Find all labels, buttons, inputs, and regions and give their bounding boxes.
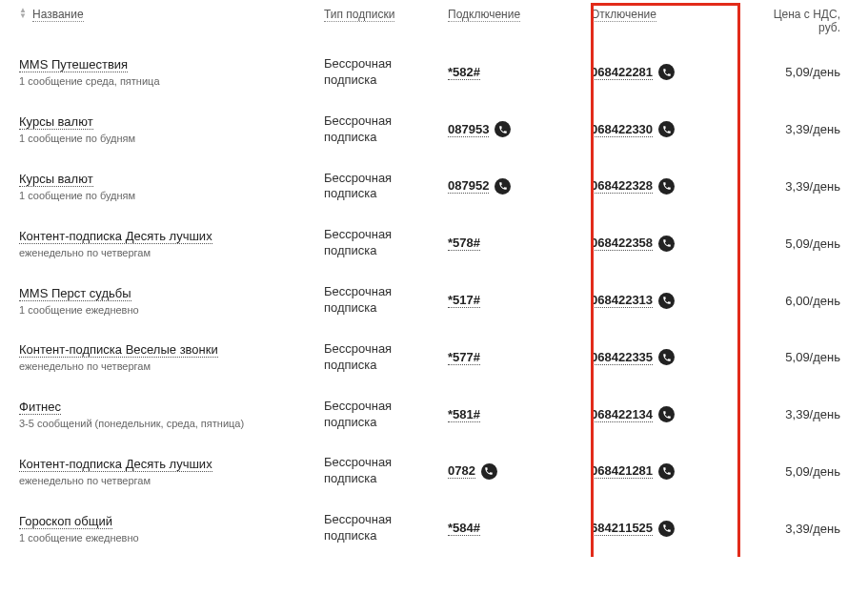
subscription-name-link[interactable]: MMS Путешествия bbox=[19, 57, 128, 72]
subscriptions-table: ▲▼ Название Тип подписки Подключение Отк… bbox=[0, 0, 868, 557]
price-value: 3,39/день bbox=[743, 122, 858, 136]
subscription-type: Бессрочнаяподписка bbox=[324, 455, 448, 487]
phone-icon[interactable] bbox=[481, 463, 497, 480]
subscription-type: Бессрочнаяподписка bbox=[324, 284, 448, 317]
table-row: Контент-подписка Десять лучшихеженедельн… bbox=[0, 215, 868, 272]
header-type[interactable]: Тип подписки bbox=[324, 8, 394, 22]
price-value: 5,09/день bbox=[743, 464, 858, 479]
price-value: 3,39/день bbox=[743, 179, 858, 194]
connect-number[interactable]: *582# bbox=[448, 65, 480, 80]
subscription-type: Бессрочнаяподписка bbox=[324, 56, 448, 89]
header-connect[interactable]: Подключение bbox=[448, 8, 520, 22]
table-row: Фитнес3-5 сообщений (понедельник, среда,… bbox=[0, 386, 868, 443]
connect-number[interactable]: *578# bbox=[448, 236, 480, 251]
connect-number[interactable]: 0782 bbox=[448, 463, 475, 479]
price-value: 3,39/день bbox=[743, 522, 858, 536]
subscription-type: Бессрочнаяподписка bbox=[324, 341, 448, 374]
connect-number[interactable]: 087953 bbox=[448, 122, 489, 137]
phone-icon[interactable] bbox=[658, 293, 675, 309]
phone-icon[interactable] bbox=[658, 406, 675, 422]
subscription-description: 1 сообщение ежедневно bbox=[19, 304, 324, 316]
price-value: 6,00/день bbox=[743, 294, 858, 308]
phone-icon[interactable] bbox=[658, 178, 675, 195]
price-value: 3,39/день bbox=[743, 407, 858, 421]
table-row: Курсы валют1 сообщение по буднямБессрочн… bbox=[0, 158, 868, 215]
subscription-type: Бессрочнаяподписка bbox=[324, 512, 448, 544]
price-value: 5,09/день bbox=[743, 65, 858, 79]
table-header-row: ▲▼ Название Тип подписки Подключение Отк… bbox=[0, 0, 868, 44]
disconnect-number[interactable]: 068422328 bbox=[591, 178, 653, 194]
subscription-type: Бессрочнаяподписка bbox=[324, 227, 448, 259]
connect-number[interactable]: *517# bbox=[448, 293, 480, 308]
subscription-name-link[interactable]: Гороскоп общий bbox=[19, 514, 112, 529]
disconnect-number[interactable]: 068422330 bbox=[591, 122, 653, 137]
subscription-name-link[interactable]: Контент-подписка Десять лучших bbox=[19, 457, 212, 472]
subscription-description: 3-5 сообщений (понедельник, среда, пятни… bbox=[19, 418, 324, 429]
subscription-description: еженедельно по четвергам bbox=[19, 247, 324, 258]
subscription-description: 1 сообщение по будням bbox=[19, 133, 324, 144]
subscription-type: Бессрочнаяподписка bbox=[324, 113, 448, 146]
table-row: Курсы валют1 сообщение по буднямБессрочн… bbox=[0, 101, 868, 158]
disconnect-number[interactable]: 068421281 bbox=[591, 463, 653, 479]
sort-arrows-icon[interactable]: ▲▼ bbox=[19, 8, 29, 19]
connect-number[interactable]: 087952 bbox=[448, 178, 489, 194]
subscription-description: 1 сообщение по будням bbox=[19, 190, 324, 201]
phone-icon[interactable] bbox=[495, 121, 511, 137]
subscription-description: еженедельно по четвергам bbox=[19, 475, 324, 486]
subscription-description: еженедельно по четвергам bbox=[19, 360, 324, 372]
disconnect-number[interactable]: 068422281 bbox=[591, 65, 653, 80]
price-value: 5,09/день bbox=[743, 350, 858, 364]
subscription-description: 1 сообщение ежедневно bbox=[19, 532, 324, 544]
connect-number[interactable]: *584# bbox=[448, 521, 480, 536]
table-row: MMS Перст судьбы1 сообщение ежедневноБес… bbox=[0, 272, 868, 329]
phone-icon[interactable] bbox=[658, 349, 675, 365]
header-price[interactable]: Цена с НДС, руб. bbox=[774, 8, 840, 34]
phone-icon[interactable] bbox=[658, 521, 675, 537]
connect-number[interactable]: *581# bbox=[448, 407, 480, 422]
header-name[interactable]: Название bbox=[32, 8, 84, 22]
disconnect-number[interactable]: 068422358 bbox=[591, 236, 653, 251]
phone-icon[interactable] bbox=[658, 236, 675, 252]
subscription-name-link[interactable]: Курсы валют bbox=[19, 114, 93, 130]
table-row: Контент-подписка Веселые звонкиеженедель… bbox=[0, 329, 868, 386]
subscription-name-link[interactable]: Курсы валют bbox=[19, 172, 93, 187]
subscription-name-link[interactable]: Контент-подписка Веселые звонки bbox=[19, 342, 218, 358]
disconnect-number[interactable]: 068422335 bbox=[591, 350, 653, 365]
phone-icon[interactable] bbox=[658, 121, 675, 137]
subscriptions-table-container: ▲▼ Название Тип подписки Подключение Отк… bbox=[0, 0, 868, 557]
phone-icon[interactable] bbox=[658, 463, 675, 480]
phone-icon[interactable] bbox=[658, 64, 675, 80]
price-value: 5,09/день bbox=[743, 236, 858, 251]
disconnect-number[interactable]: 068422134 bbox=[591, 407, 653, 422]
connect-number[interactable]: *577# bbox=[448, 350, 480, 365]
subscription-name-link[interactable]: Контент-подписка Десять лучших bbox=[19, 229, 212, 244]
subscription-description: 1 сообщение среда, пятница bbox=[19, 75, 324, 87]
table-row: Гороскоп общий1 сообщение ежедневноБесср… bbox=[0, 500, 868, 557]
table-row: Контент-подписка Десять лучшихеженедельн… bbox=[0, 442, 868, 500]
subscription-name-link[interactable]: MMS Перст судьбы bbox=[19, 286, 131, 301]
header-disconnect[interactable]: Отключение bbox=[591, 8, 656, 22]
subscription-name-link[interactable]: Фитнес bbox=[19, 400, 61, 415]
table-row: MMS Путешествия1 сообщение среда, пятниц… bbox=[0, 44, 868, 101]
phone-icon[interactable] bbox=[495, 178, 511, 195]
disconnect-number[interactable]: 068422313 bbox=[591, 293, 653, 308]
subscription-type: Бессрочнаяподписка bbox=[324, 171, 448, 203]
disconnect-number[interactable]: 684211525 bbox=[591, 521, 653, 536]
subscription-type: Бессрочнаяподписка bbox=[324, 399, 448, 431]
